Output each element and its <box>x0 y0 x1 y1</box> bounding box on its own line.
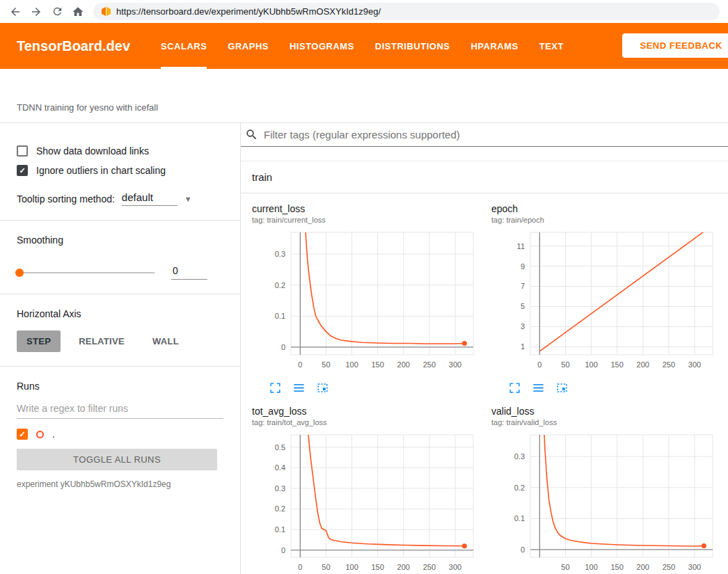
svg-text:5: 5 <box>521 302 525 310</box>
checkbox-unchecked-icon[interactable] <box>17 145 28 157</box>
runs-label: Runs <box>17 381 223 392</box>
svg-text:300: 300 <box>449 360 461 369</box>
svg-text:1: 1 <box>521 342 525 351</box>
svg-text:0.3: 0.3 <box>275 250 285 258</box>
filter-tags-input[interactable] <box>264 129 728 141</box>
line-chart[interactable]: 5010015020025030000.10.20.3 <box>491 431 728 574</box>
svg-text:0.1: 0.1 <box>514 514 525 523</box>
line-chart[interactable]: 05010015020025030000.10.20.3 <box>252 228 489 378</box>
experiment-id-label: experiment yKUbhb5wRmOSXYkId1z9eg <box>17 479 223 489</box>
tooltip-sorting-select[interactable]: default <box>122 191 177 206</box>
run-name: . <box>52 429 55 440</box>
send-feedback-button[interactable]: SEND FEEDBACK <box>622 33 728 58</box>
axis-option-step[interactable]: STEP <box>17 330 61 352</box>
svg-text:0.3: 0.3 <box>514 452 525 461</box>
experiment-bar: TDNN training for yesno with icefall <box>0 69 728 123</box>
chart-actions <box>252 381 489 394</box>
tab-text[interactable]: TEXT <box>539 23 564 69</box>
chart-title: tot_avg_loss <box>252 406 489 417</box>
tooltip-sorting-label: Tooltip sorting method: <box>17 193 115 205</box>
forward-icon[interactable] <box>26 2 46 22</box>
chart-tag: tag: train/current_loss <box>252 216 489 224</box>
chart-card-valid-loss: valid_loss tag: train/valid_loss 5010015… <box>491 406 728 574</box>
fit-domain-icon[interactable] <box>316 381 329 394</box>
svg-text:0: 0 <box>298 563 302 571</box>
svg-text:0: 0 <box>281 343 285 351</box>
chart-card-current-loss: current_loss tag: train/current_loss 050… <box>252 203 489 394</box>
chart-tag: tag: train/tot_avg_loss <box>252 418 489 426</box>
checkbox-checked-icon[interactable]: ✓ <box>17 165 28 176</box>
svg-text:100: 100 <box>345 563 358 571</box>
chart-card-tot-avg-loss: tot_avg_loss tag: train/tot_avg_loss 050… <box>252 406 489 574</box>
toggle-y-axis-icon[interactable] <box>532 381 545 394</box>
chevron-down-icon[interactable]: ▼ <box>184 195 192 203</box>
chart-title: valid_loss <box>491 406 728 417</box>
svg-text:0.1: 0.1 <box>275 312 285 320</box>
svg-text:250: 250 <box>423 360 436 369</box>
run-color-swatch-icon <box>36 431 44 438</box>
smoothing-slider[interactable] <box>17 272 155 273</box>
address-bar[interactable]: https://tensorboard.dev/experiment/yKUbh… <box>93 3 720 20</box>
svg-text:250: 250 <box>423 563 436 571</box>
svg-text:0: 0 <box>281 546 285 555</box>
runs-filter-input[interactable] <box>17 399 223 419</box>
search-icon <box>245 128 258 141</box>
tab-scalars[interactable]: SCALARS <box>161 23 207 69</box>
train-group-card: train current_loss tag: train/current_lo… <box>241 161 728 574</box>
run-checkbox-checked-icon[interactable]: ✓ <box>17 429 28 440</box>
smoothing-slider-thumb[interactable] <box>15 269 24 277</box>
train-group-header[interactable]: train <box>241 161 728 193</box>
tab-graphs[interactable]: GRAPHS <box>228 23 269 69</box>
svg-text:250: 250 <box>663 360 675 369</box>
toggle-y-axis-icon[interactable] <box>292 381 306 394</box>
back-icon[interactable] <box>6 2 25 22</box>
brand-logo[interactable]: TensorBoard.dev <box>17 23 130 69</box>
line-chart[interactable]: 05010015020025030000.10.20.30.40.5 <box>252 431 489 574</box>
tab-histograms[interactable]: HISTOGRAMS <box>290 23 354 69</box>
svg-text:150: 150 <box>372 360 384 369</box>
svg-text:0: 0 <box>298 360 302 369</box>
svg-text:200: 200 <box>397 360 410 369</box>
axis-option-relative[interactable]: RELATIVE <box>69 330 134 352</box>
svg-text:150: 150 <box>372 563 384 571</box>
tab-distributions[interactable]: DISTRIBUTIONS <box>375 23 450 69</box>
svg-text:100: 100 <box>345 360 358 369</box>
tab-hparams[interactable]: HPARAMS <box>470 23 518 69</box>
tooltip-sorting-row: Tooltip sorting method: default ▼ <box>17 191 223 206</box>
svg-text:0.2: 0.2 <box>275 504 285 513</box>
chart-card-epoch: epoch tag: train/epoch 05010015020025030… <box>491 203 728 394</box>
axis-option-wall[interactable]: WALL <box>143 330 189 352</box>
svg-text:0.2: 0.2 <box>275 281 285 289</box>
expand-chart-icon[interactable] <box>508 381 521 394</box>
toggle-all-runs-button[interactable]: TOGGLE ALL RUNS <box>17 449 217 470</box>
expand-chart-icon[interactable] <box>269 381 282 394</box>
line-chart[interactable]: 0501001502002503001357911 <box>491 228 728 378</box>
svg-text:50: 50 <box>561 360 569 369</box>
svg-text:0.4: 0.4 <box>275 463 285 472</box>
svg-text:0.2: 0.2 <box>514 484 525 492</box>
fit-domain-icon[interactable] <box>555 381 569 394</box>
show-download-links-label: Show data download links <box>36 145 149 157</box>
smoothing-section: Smoothing 0 <box>0 221 240 294</box>
smoothing-value-input[interactable]: 0 <box>171 265 207 280</box>
svg-text:50: 50 <box>322 360 330 369</box>
run-list-item[interactable]: ✓ . <box>17 429 223 440</box>
ignore-outliers-checkbox-row[interactable]: ✓ Ignore outliers in chart scaling <box>17 161 223 180</box>
svg-text:11: 11 <box>517 242 525 250</box>
reload-icon[interactable] <box>47 2 67 22</box>
show-download-links-checkbox-row[interactable]: Show data download links <box>17 141 223 161</box>
chart-tag: tag: train/epoch <box>491 216 728 224</box>
chart-actions <box>491 381 728 394</box>
svg-text:3: 3 <box>521 322 525 330</box>
chart-title: epoch <box>491 203 728 214</box>
svg-text:200: 200 <box>637 563 649 571</box>
home-icon[interactable] <box>68 2 88 22</box>
svg-text:100: 100 <box>585 360 597 369</box>
runs-section: Runs ✓ . TOGGLE ALL RUNS experiment yKUb… <box>0 367 240 503</box>
axis-options: STEPRELATIVEWALL <box>17 330 223 352</box>
svg-text:150: 150 <box>611 360 624 369</box>
svg-text:0: 0 <box>521 545 525 554</box>
svg-text:250: 250 <box>663 563 675 571</box>
app-header: TensorBoard.dev SCALARSGRAPHSHISTOGRAMSD… <box>0 23 728 69</box>
svg-text:200: 200 <box>397 563 410 571</box>
